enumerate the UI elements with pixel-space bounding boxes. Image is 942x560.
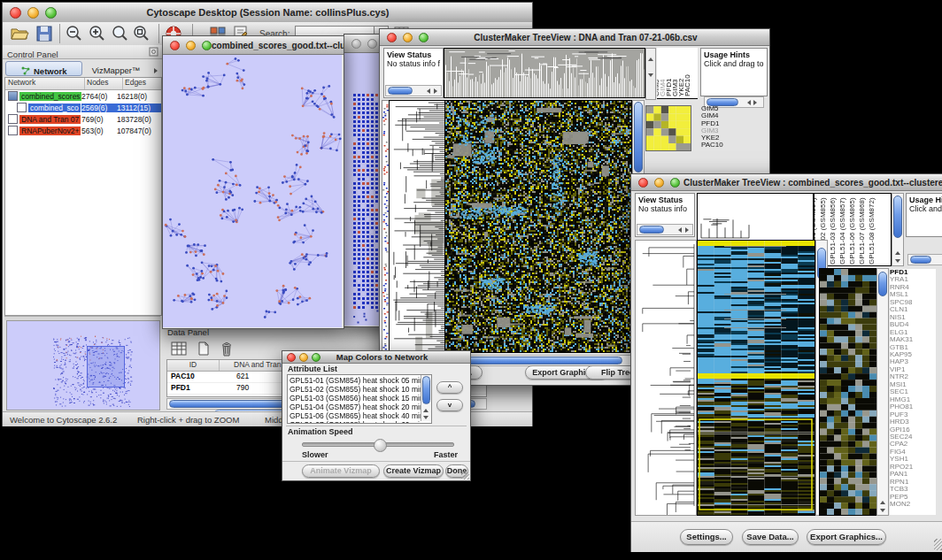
- delete-attribute-trash-icon[interactable]: [218, 340, 236, 357]
- main-title-bar[interactable]: Cytoscape Desktop (Session Name: collins…: [3, 3, 532, 23]
- attribute-list-item[interactable]: GPL51-01 (GSM854) heat shock 05 min: [290, 376, 429, 385]
- resize-grip[interactable]: [461, 472, 469, 479]
- network-table-row[interactable]: combined_sco2569(6)13112(15): [5, 102, 161, 113]
- attribute-list-item[interactable]: GPL51-03 (GSM856) heat shock 15 min: [290, 394, 429, 403]
- close-icon[interactable]: [170, 41, 180, 50]
- tv2-button-export-graphics-[interactable]: Export Graphics...: [807, 529, 886, 545]
- close-icon[interactable]: [638, 178, 648, 188]
- zoom-selected-icon[interactable]: [132, 25, 151, 42]
- attr-col-id[interactable]: ID: [167, 360, 220, 371]
- tab-vizmapper[interactable]: VizMapper™: [82, 61, 150, 74]
- network-table-row[interactable]: combined_scores2764(0)16218(0): [5, 90, 161, 102]
- tv2-status-scrollbar[interactable]: [637, 224, 693, 235]
- tv2-column-dendrogram[interactable]: [697, 193, 814, 241]
- tv2-usage-scrollbar[interactable]: [907, 254, 942, 265]
- tv2-button-settings-[interactable]: Settings...: [680, 529, 733, 545]
- gene-label[interactable]: MON2: [890, 501, 936, 508]
- close-icon[interactable]: [387, 33, 397, 42]
- tab-overflow-button[interactable]: [151, 61, 161, 74]
- minimize-icon[interactable]: [654, 178, 664, 188]
- zoom-window-icon[interactable]: [202, 41, 212, 50]
- close-icon[interactable]: [287, 353, 296, 362]
- tv2-button-save-data-[interactable]: Save Data...: [742, 529, 799, 545]
- tv1-zoom-matrix[interactable]: [645, 105, 691, 151]
- animation-speed-slider[interactable]: [302, 442, 454, 447]
- tv2-row-dendrogram[interactable]: [635, 240, 697, 516]
- tv1-heatmap[interactable]: [444, 100, 632, 353]
- col-header-edges[interactable]: Edges: [123, 78, 161, 89]
- tv2-collabel-vscrollbar[interactable]: [892, 193, 904, 266]
- zoom-in-icon[interactable]: [88, 25, 107, 42]
- move-down-button[interactable]: v: [436, 399, 463, 411]
- attribute-list-item[interactable]: GPL51-06 (GSM865) heat shock 40 min: [290, 411, 429, 420]
- attribute-list-item[interactable]: GPL51-04 (GSM857) heat shock 20 min: [290, 403, 429, 411]
- birdseye-overview-canvas[interactable]: [6, 320, 160, 410]
- zoom-window-icon[interactable]: [419, 33, 429, 42]
- main-window-title: Cytoscape Desktop (Session Name: collins…: [57, 7, 532, 18]
- attribute-list-item[interactable]: GPL51-02 (GSM855) heat shock 10 min: [290, 385, 429, 394]
- animate-vizmap-button[interactable]: Animate Vizmap: [302, 464, 380, 478]
- zoom-one-to-one-icon[interactable]: [111, 25, 130, 42]
- float-panel-icon[interactable]: [149, 47, 158, 57]
- network-window-title-bar[interactable]: combined_scores_good.txt--cluste...: [163, 36, 344, 55]
- tv2-column-label[interactable]: GPL51-07 (GSM868): [858, 197, 866, 265]
- zoom-window-icon[interactable]: [312, 353, 320, 362]
- tv2-column-label[interactable]: GPL51-04 (GSM857): [838, 197, 846, 265]
- network-table-row[interactable]: RNAPuberNov2+563(0)107847(0): [5, 125, 161, 136]
- tv2-gene-labels: PFD1YRA1RNR4MSL1SPC98CLN1NIS1BUD4ELG1MAK…: [890, 269, 936, 515]
- close-icon[interactable]: [10, 7, 21, 19]
- tv1-row-dendrogram[interactable]: [389, 100, 445, 353]
- close-icon[interactable]: [351, 39, 361, 49]
- zoom-window-icon[interactable]: [670, 178, 680, 188]
- attribute-list-vscrollbar[interactable]: [421, 375, 431, 421]
- tv2-zoom-heatmap[interactable]: [819, 268, 877, 516]
- document-icon: [8, 126, 18, 135]
- tv2-column-label[interactable]: GPL51-08 (GSM872): [868, 197, 876, 265]
- tv2-zoom-vscrollbar[interactable]: [876, 268, 889, 516]
- treeview1-title-bar[interactable]: ClusterMaker TreeView : DNA and Tran 07-…: [380, 29, 769, 46]
- tab-network[interactable]: Network: [5, 61, 82, 76]
- tv2-column-label[interactable]: GPL51-03 (GSM856): [829, 197, 837, 265]
- zoom-window-icon[interactable]: [45, 7, 57, 19]
- dialog-title-bar[interactable]: Map Colors to Network: [282, 351, 470, 364]
- data-table-icon[interactable]: [170, 341, 188, 357]
- network-canvas[interactable]: [163, 55, 342, 327]
- tv1-column-dendrogram[interactable]: [444, 48, 645, 98]
- tv1-row-label[interactable]: PAC10: [701, 142, 754, 149]
- col-header-nodes[interactable]: Nodes: [85, 78, 123, 89]
- tv2-view-status-panel: View Status No status info: [635, 193, 695, 237]
- zoom-out-icon[interactable]: [65, 25, 84, 42]
- animation-speed-label: Animation Speed: [288, 427, 353, 436]
- slider-thumb[interactable]: [374, 439, 387, 452]
- minimize-icon[interactable]: [367, 39, 377, 49]
- treeview2-title-bar[interactable]: ClusterMaker TreeView : combined_scores_…: [631, 174, 942, 191]
- minimize-icon[interactable]: [27, 7, 39, 19]
- treeview2-title: ClusterMaker TreeView : combined_scores_…: [680, 178, 942, 188]
- resize-grip[interactable]: [934, 539, 942, 550]
- edge-count: 16218(0): [117, 92, 161, 101]
- window-controls[interactable]: [3, 7, 57, 19]
- minimize-icon[interactable]: [186, 41, 196, 50]
- tab-vizmapper-label: VizMapper™: [92, 65, 141, 75]
- tv1-status-scrollbar[interactable]: [385, 85, 442, 96]
- status-zoom-hint: Right-click + drag to ZOOM: [137, 415, 239, 425]
- network-table-row[interactable]: DNA and Tran 07769(0)183728(0): [5, 113, 161, 125]
- create-vizmap-button[interactable]: Create Vizmap: [383, 464, 444, 478]
- control-panel-title: Control Panel: [3, 50, 58, 59]
- node-count: 2764(0): [81, 92, 117, 101]
- minimize-icon[interactable]: [299, 353, 308, 362]
- save-session-icon[interactable]: [35, 25, 54, 42]
- move-up-button[interactable]: ^: [436, 381, 463, 394]
- tv2-column-label[interactable]: GPL51-06 (GSM865): [848, 197, 856, 265]
- network-tab-icon: [21, 66, 30, 75]
- tv2-heatmap[interactable]: [697, 240, 815, 516]
- tv1-column-label[interactable]: PAC10: [683, 74, 691, 96]
- node-count: 2569(6): [81, 104, 117, 112]
- minimize-icon[interactable]: [403, 33, 413, 42]
- tv1-mini-arrows[interactable]: [645, 48, 656, 100]
- attribute-list[interactable]: GPL51-01 (GSM854) heat shock 05 minGPL51…: [287, 374, 432, 424]
- col-header-network[interactable]: Network: [5, 78, 85, 89]
- attribute-list-item[interactable]: GPL51-07 (GSM868) heat shock 60 min: [290, 420, 429, 424]
- open-file-icon[interactable]: [10, 25, 29, 42]
- new-attribute-icon[interactable]: [195, 341, 212, 357]
